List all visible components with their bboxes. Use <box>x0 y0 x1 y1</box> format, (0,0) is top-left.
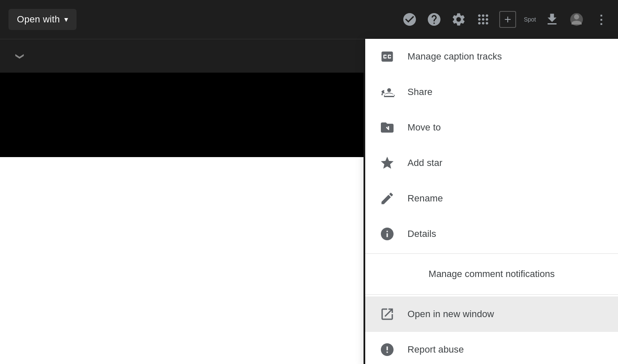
menu-divider-1 <box>365 253 618 254</box>
manage-caption-tracks-item[interactable]: Manage caption tracks <box>365 39 618 74</box>
chevron-down-icon[interactable]: ❯ <box>13 49 28 64</box>
details-item[interactable]: Details <box>365 216 618 252</box>
share-item[interactable]: Share <box>365 74 618 110</box>
help-icon[interactable] <box>426 11 443 28</box>
more-vert-icon[interactable]: ⋮ <box>593 11 610 28</box>
manage-caption-tracks-label: Manage caption tracks <box>407 51 502 62</box>
move-to-icon <box>379 119 396 136</box>
spot-label: Spot <box>524 11 536 28</box>
checkmark-icon[interactable] <box>401 11 418 28</box>
report-icon <box>379 341 396 358</box>
rename-item[interactable]: Rename <box>365 181 618 216</box>
share-label: Share <box>407 87 432 98</box>
rename-icon <box>379 190 396 207</box>
star-icon <box>379 155 396 171</box>
account-icon[interactable] <box>568 11 585 28</box>
menu-divider-2 <box>365 294 618 295</box>
toolbar-icons: + Spot ⋮ <box>401 11 610 28</box>
manage-comment-notifications-item[interactable]: Manage comment notifications <box>365 255 618 293</box>
move-to-item[interactable]: Move to <box>365 110 618 145</box>
white-section: Spotif <box>0 157 364 364</box>
add-star-item[interactable]: Add star <box>365 145 618 181</box>
toolbar: Open with ▾ + S <box>0 0 618 39</box>
open-with-chevron: ▾ <box>64 15 68 24</box>
cc-icon <box>379 48 396 65</box>
settings-icon[interactable] <box>450 11 467 28</box>
main-content: Spotif <box>0 73 364 364</box>
rename-label: Rename <box>407 193 443 204</box>
move-to-label: Move to <box>407 122 441 133</box>
black-section <box>0 73 364 157</box>
new-doc-icon[interactable]: + <box>499 11 516 28</box>
report-abuse-label: Report abuse <box>407 344 464 355</box>
manage-comment-notifications-label: Manage comment notifications <box>429 269 555 280</box>
share-icon <box>379 84 396 101</box>
open-with-button[interactable]: Open with ▾ <box>8 9 77 30</box>
context-menu: Manage caption tracks Share Move to Add … <box>365 39 618 364</box>
open-in-new-window-label: Open in new window <box>407 309 494 320</box>
add-star-label: Add star <box>407 158 443 168</box>
open-with-label: Open with <box>17 14 60 25</box>
details-label: Details <box>407 228 436 239</box>
report-abuse-item[interactable]: Report abuse <box>365 332 618 364</box>
download-icon[interactable] <box>544 11 561 28</box>
open-in-new-window-item[interactable]: Open in new window <box>365 296 618 332</box>
apps-icon[interactable] <box>475 11 492 28</box>
open-new-window-icon <box>379 306 396 323</box>
info-icon <box>379 225 396 242</box>
